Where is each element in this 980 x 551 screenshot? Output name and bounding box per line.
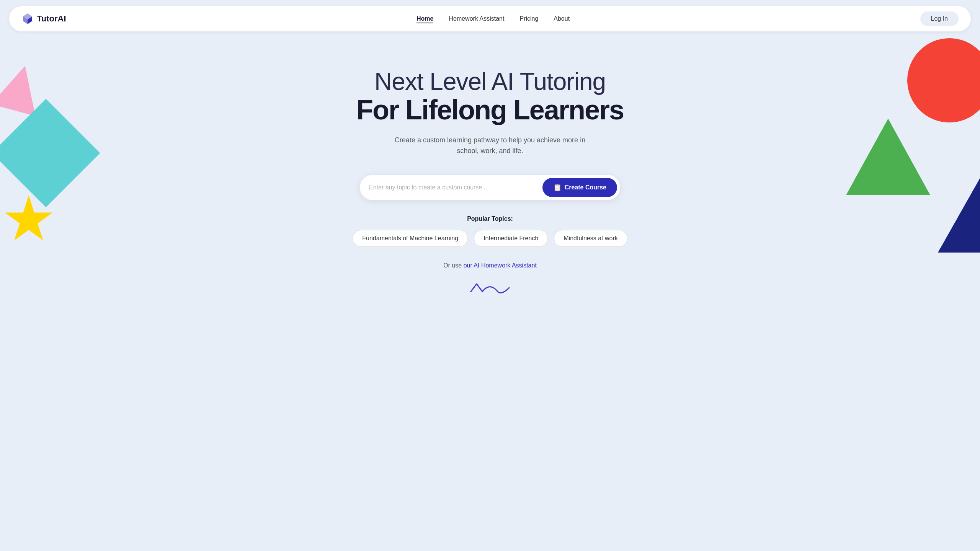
topic-chip-mindfulness[interactable]: Mindfulness at work	[554, 230, 627, 247]
topic-chip-french[interactable]: Intermediate French	[474, 230, 548, 247]
topic-chip-ml[interactable]: Fundamentals of Machine Learning	[353, 230, 468, 247]
or-use-text: Or use our AI Homework Assistant	[443, 262, 537, 269]
search-input[interactable]	[369, 184, 542, 191]
hero-title-light: Next Level AI Tutoring	[374, 68, 606, 95]
nav-link-pricing[interactable]: Pricing	[519, 15, 538, 22]
arrow-svg	[467, 278, 513, 297]
nav-item-about[interactable]: About	[554, 15, 570, 22]
nav-item-homework[interactable]: Homework Assistant	[449, 15, 504, 22]
nav-item-pricing[interactable]: Pricing	[519, 15, 538, 22]
course-icon: 📋	[553, 183, 562, 192]
create-course-button[interactable]: 📋 Create Course	[542, 178, 617, 197]
topics-container: Fundamentals of Machine Learning Interme…	[353, 230, 627, 247]
main-content: Next Level AI Tutoring For Lifelong Lear…	[0, 37, 980, 299]
arrow-decoration	[467, 278, 513, 299]
hero-subtitle: Create a custom learning pathway to help…	[394, 135, 586, 157]
nav-link-home[interactable]: Home	[416, 15, 433, 23]
popular-topics-label: Popular Topics:	[467, 215, 513, 222]
nav-menu: Home Homework Assistant Pricing About	[416, 15, 570, 22]
search-bar: 📋 Create Course	[360, 175, 620, 200]
homework-assistant-link[interactable]: our AI Homework Assistant	[464, 262, 537, 269]
navbar: TutorAI Home Homework Assistant Pricing …	[9, 6, 971, 31]
or-use-prefix: Or use	[443, 262, 463, 269]
logo-text: TutorAI	[37, 14, 66, 24]
nav-item-home[interactable]: Home	[416, 15, 433, 22]
login-button[interactable]: Log In	[920, 11, 959, 26]
nav-link-about[interactable]: About	[554, 15, 570, 22]
logo-link[interactable]: TutorAI	[21, 13, 66, 25]
create-course-label: Create Course	[565, 184, 606, 191]
hero-title-bold: For Lifelong Learners	[356, 95, 624, 125]
nav-link-homework[interactable]: Homework Assistant	[449, 15, 504, 22]
logo-icon	[21, 13, 34, 25]
